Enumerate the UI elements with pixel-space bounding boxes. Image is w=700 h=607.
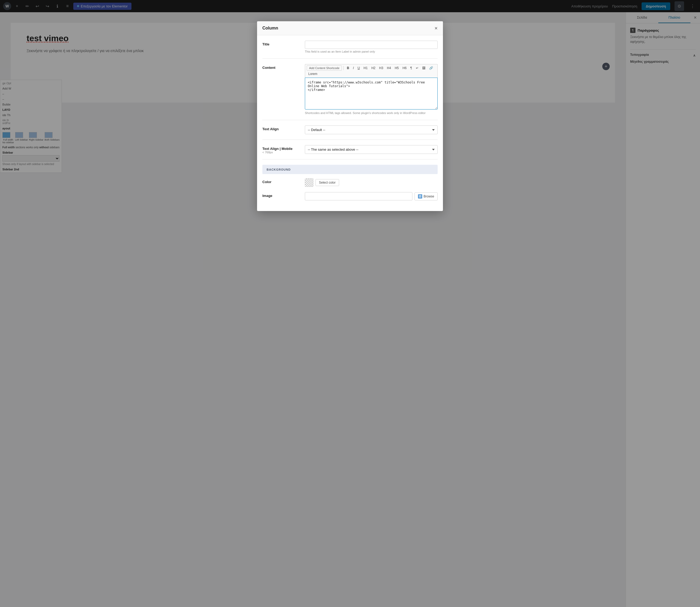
modal-overlay: Column × Title This field is used as an … <box>0 0 700 607</box>
image-insert-button[interactable]: 🖼 <box>421 65 427 71</box>
content-row: Content Add Content Shortcode B I U H1 H… <box>262 64 438 114</box>
browse-button[interactable]: 🖼 Browse <box>415 192 438 201</box>
h5-button[interactable]: H5 <box>393 65 400 71</box>
h3-button[interactable]: H3 <box>378 65 385 71</box>
italic-button[interactable]: I <box>351 65 355 71</box>
content-textarea[interactable] <box>305 78 438 109</box>
text-align-row: Text Align -- Default -- <box>262 125 438 134</box>
image-field: 🖼 Browse <box>305 192 438 201</box>
modal-divider-2 <box>262 120 438 120</box>
toolbar-separator-1 <box>343 66 344 70</box>
paragraph-button[interactable]: ¶ <box>409 65 414 71</box>
shortcode-button[interactable]: Add Content Shortcode <box>307 65 342 71</box>
color-control-wrap: Select color <box>305 178 438 187</box>
h2-button[interactable]: H2 <box>370 65 377 71</box>
text-align-label: Text Align <box>262 125 300 131</box>
column-modal: Column × Title This field is used as an … <box>257 21 443 211</box>
h6-button[interactable]: H6 <box>401 65 408 71</box>
editor-toolbar: Add Content Shortcode B I U H1 H2 H3 H4 … <box>305 64 438 78</box>
title-control-wrap: This field is used as an Item Label in a… <box>305 41 438 53</box>
bold-button[interactable]: B <box>345 65 351 71</box>
color-label: Color <box>262 178 300 184</box>
browse-icon: 🖼 <box>418 194 422 198</box>
h4-button[interactable]: H4 <box>385 65 393 71</box>
background-section-header: BACKGROUND <box>262 165 438 174</box>
modal-body: Title This field is used as an Item Labe… <box>257 35 443 211</box>
image-label: Image <box>262 192 300 198</box>
text-align-control-wrap: -- Default -- <box>305 125 438 134</box>
content-label: Content <box>262 64 300 70</box>
text-align-mobile-select[interactable]: -- The same as selected above -- <box>305 145 438 154</box>
link-button[interactable]: 🔗 <box>428 65 435 71</box>
modal-divider-4 <box>262 159 438 160</box>
background-label: BACKGROUND <box>267 168 291 171</box>
text-align-select[interactable]: -- Default -- <box>305 125 438 134</box>
text-align-mobile-control-wrap: -- The same as selected above -- <box>305 145 438 154</box>
underline-button[interactable]: U <box>356 65 362 71</box>
text-align-mobile-label: Text Align | Mobile < 768px <box>262 145 300 154</box>
h1-button[interactable]: H1 <box>362 65 369 71</box>
lorem-button[interactable]: Lorem <box>307 71 319 77</box>
title-row: Title This field is used as an Item Labe… <box>262 41 438 53</box>
text-align-mobile-row: Text Align | Mobile < 768px -- The same … <box>262 145 438 154</box>
modal-divider-3 <box>262 140 438 140</box>
modal-title: Column <box>262 26 278 30</box>
color-swatch[interactable] <box>305 178 313 187</box>
color-field: Select color <box>305 178 438 187</box>
image-control-wrap: 🖼 Browse <box>305 192 438 201</box>
title-hint: This field is used as an Item Label in a… <box>305 50 438 53</box>
image-url-input[interactable] <box>305 192 412 201</box>
content-hint: Shortcodes and HTML tags allowed. Some p… <box>305 111 438 114</box>
image-row: Image 🖼 Browse <box>262 192 438 201</box>
color-row: Color Select color <box>262 178 438 187</box>
enter-button[interactable]: ↵ <box>414 65 420 71</box>
title-label: Title <box>262 41 300 46</box>
select-color-button[interactable]: Select color <box>315 179 339 186</box>
modal-close-button[interactable]: × <box>434 25 438 31</box>
content-control-wrap: Add Content Shortcode B I U H1 H2 H3 H4 … <box>305 64 438 114</box>
modal-header: Column × <box>257 21 443 35</box>
title-input[interactable] <box>305 41 438 49</box>
